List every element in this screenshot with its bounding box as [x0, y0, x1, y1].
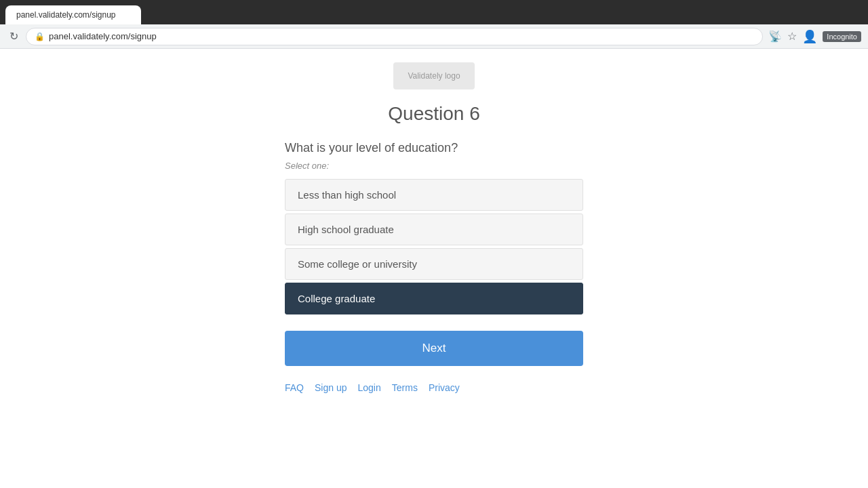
browser-tab-bar: panel.validately.com/signup: [0, 0, 868, 24]
select-one-label: Select one:: [285, 161, 583, 171]
logo-text: Validately logo: [408, 71, 460, 81]
footer-link-login[interactable]: Login: [358, 382, 381, 393]
footer-link-terms[interactable]: Terms: [392, 382, 418, 393]
question-container: Question 6 What is your level of educati…: [285, 103, 583, 393]
reload-button[interactable]: ↻: [7, 30, 20, 43]
tab-title: panel.validately.com/signup: [16, 10, 116, 20]
address-bar[interactable]: 🔒 panel.validately.com/signup: [26, 28, 763, 45]
lock-icon: 🔒: [35, 32, 45, 41]
footer-link-faq[interactable]: FAQ: [285, 382, 304, 393]
options-list: Less than high school High school gradua…: [285, 179, 583, 317]
question-text: What is your level of education?: [285, 141, 583, 155]
browser-icons: 📡 ☆ 👤 Incognito: [768, 29, 861, 44]
footer-links: FAQ Sign up Login Terms Privacy: [285, 382, 583, 393]
incognito-badge: Incognito: [823, 31, 861, 42]
browser-tab[interactable]: panel.validately.com/signup: [5, 5, 141, 24]
next-button[interactable]: Next: [285, 331, 583, 366]
footer-link-signup[interactable]: Sign up: [315, 382, 347, 393]
cast-icon: 📡: [768, 30, 782, 43]
option-some-college[interactable]: Some college or university: [285, 248, 583, 280]
option-college-graduate[interactable]: College graduate: [285, 283, 583, 314]
page-content: Validately logo Question 6 What is your …: [0, 49, 868, 488]
option-label: Less than high school: [298, 189, 396, 201]
question-title: Question 6: [285, 103, 583, 125]
footer-link-privacy[interactable]: Privacy: [429, 382, 460, 393]
option-less-than-high-school[interactable]: Less than high school: [285, 179, 583, 211]
profile-icon[interactable]: 👤: [802, 29, 817, 44]
logo-area: Validately logo: [393, 62, 475, 89]
option-label: High school graduate: [298, 224, 394, 235]
option-label: Some college or university: [298, 258, 417, 270]
browser-toolbar: ↻ 🔒 panel.validately.com/signup 📡 ☆ 👤 In…: [0, 24, 868, 49]
option-label: College graduate: [298, 293, 375, 304]
option-high-school-graduate[interactable]: High school graduate: [285, 214, 583, 245]
url-text: panel.validately.com/signup: [49, 31, 157, 41]
logo: Validately logo: [393, 62, 475, 89]
bookmark-icon[interactable]: ☆: [787, 30, 797, 43]
